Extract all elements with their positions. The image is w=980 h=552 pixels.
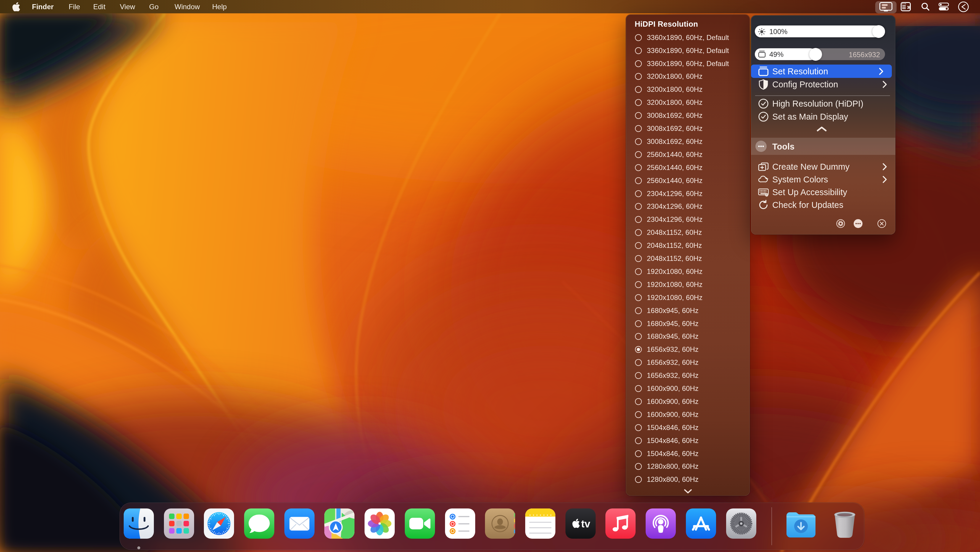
svg-text:tv: tv bbox=[581, 518, 590, 530]
svg-text:⌘: ⌘ bbox=[907, 5, 911, 10]
